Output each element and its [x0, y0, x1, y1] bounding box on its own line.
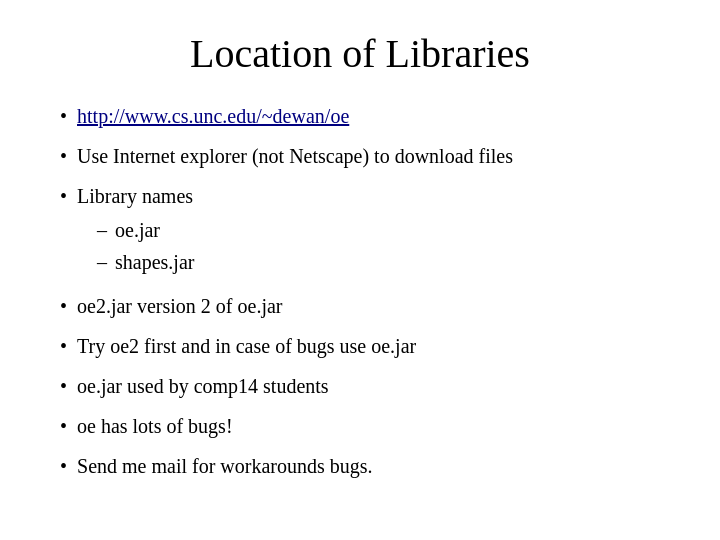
- sub-bullet-list: – oe.jar – shapes.jar: [97, 215, 660, 277]
- lower-bullet-5-icon: •: [60, 451, 67, 481]
- lower-bullet-3: • oe.jar used by comp14 students: [60, 371, 660, 401]
- bullet-1-text: http://www.cs.unc.edu/~dewan/oe: [77, 101, 660, 131]
- lower-bullet-2-icon: •: [60, 331, 67, 361]
- lower-bullet-5-text: Send me mail for workarounds bugs.: [77, 451, 660, 481]
- lower-bullet-2: • Try oe2 first and in case of bugs use …: [60, 331, 660, 361]
- lower-bullet-list: • oe2.jar version 2 of oe.jar • Try oe2 …: [60, 291, 660, 481]
- sub-bullet-1: – oe.jar: [97, 215, 660, 245]
- lower-bullet-4-icon: •: [60, 411, 67, 441]
- bullet-item-2: • Use Internet explorer (not Netscape) t…: [60, 141, 660, 171]
- bullet-3-icon: •: [60, 181, 67, 211]
- lower-bullet-3-text: oe.jar used by comp14 students: [77, 371, 660, 401]
- bullet-item-3: • Library names – oe.jar – shapes.jar: [60, 181, 660, 281]
- dash-1-icon: –: [97, 215, 107, 245]
- lower-bullet-1: • oe2.jar version 2 of oe.jar: [60, 291, 660, 321]
- content-area: • http://www.cs.unc.edu/~dewan/oe • Use …: [60, 101, 660, 491]
- lower-bullet-1-icon: •: [60, 291, 67, 321]
- dash-2-icon: –: [97, 247, 107, 277]
- lower-bullet-1-text: oe2.jar version 2 of oe.jar: [77, 291, 660, 321]
- bullet-3-text: Library names – oe.jar – shapes.jar: [77, 181, 660, 281]
- sub-bullet-1-text: oe.jar: [115, 215, 160, 245]
- slide: Location of Libraries • http://www.cs.un…: [0, 0, 720, 540]
- bullet-2-text: Use Internet explorer (not Netscape) to …: [77, 141, 660, 171]
- lower-bullet-4: • oe has lots of bugs!: [60, 411, 660, 441]
- main-bullet-list: • http://www.cs.unc.edu/~dewan/oe • Use …: [60, 101, 660, 281]
- lower-bullet-2-text: Try oe2 first and in case of bugs use oe…: [77, 331, 660, 361]
- lower-bullet-5: • Send me mail for workarounds bugs.: [60, 451, 660, 481]
- bullet-item-1: • http://www.cs.unc.edu/~dewan/oe: [60, 101, 660, 131]
- lower-bullet-3-icon: •: [60, 371, 67, 401]
- lower-bullet-4-text: oe has lots of bugs!: [77, 411, 660, 441]
- dewan-link[interactable]: http://www.cs.unc.edu/~dewan/oe: [77, 105, 349, 127]
- sub-bullet-2-text: shapes.jar: [115, 247, 194, 277]
- slide-title: Location of Libraries: [60, 30, 660, 77]
- bullet-1-icon: •: [60, 101, 67, 131]
- bullet-2-icon: •: [60, 141, 67, 171]
- sub-bullet-2: – shapes.jar: [97, 247, 660, 277]
